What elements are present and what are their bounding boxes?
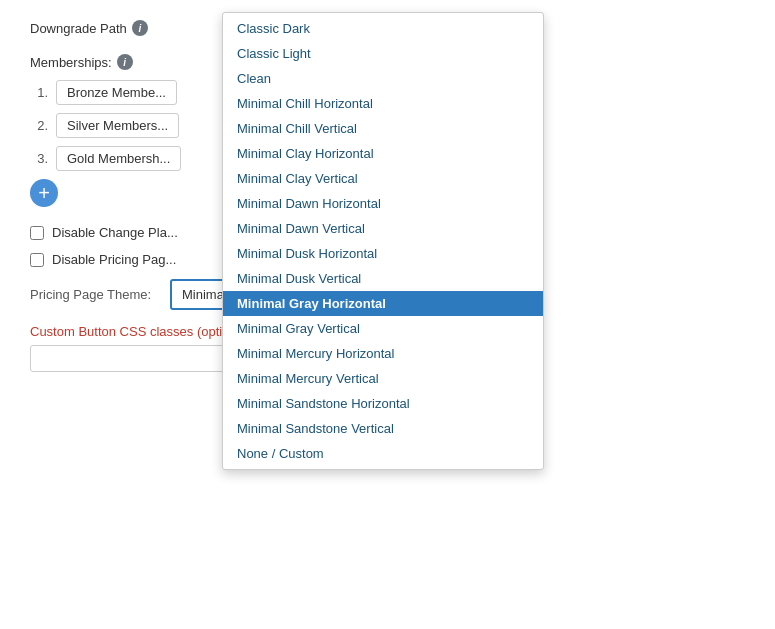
add-membership-button[interactable]: + [30, 179, 58, 207]
dropdown-item-clean[interactable]: Clean [223, 66, 543, 91]
disable-pricing-page-label: Disable Pricing Pag... [52, 252, 176, 267]
membership-num-1: 1. [30, 85, 48, 100]
disable-change-plan-label: Disable Change Pla... [52, 225, 178, 240]
pricing-theme-label: Pricing Page Theme: [30, 287, 160, 302]
dropdown-item-minimal-clay-vertical[interactable]: Minimal Clay Vertical [223, 166, 543, 191]
dropdown-item-classic-dark[interactable]: Classic Dark [223, 16, 543, 41]
dropdown-item-minimal-dusk-horizontal[interactable]: Minimal Dusk Horizontal [223, 241, 543, 266]
downgrade-path-label: Downgrade Path i [30, 20, 170, 36]
membership-num-3: 3. [30, 151, 48, 166]
dropdown-item-classic-light[interactable]: Classic Light [223, 41, 543, 66]
downgrade-path-text: Downgrade Path [30, 21, 127, 36]
dropdown-item-minimal-clay-horizontal[interactable]: Minimal Clay Horizontal [223, 141, 543, 166]
membership-name-1[interactable]: Bronze Membe... [56, 80, 177, 105]
dropdown-item-minimal-sandstone-horizontal[interactable]: Minimal Sandstone Horizontal [223, 391, 543, 416]
dropdown-item-minimal-dusk-vertical[interactable]: Minimal Dusk Vertical [223, 266, 543, 291]
dropdown-item-minimal-gray-horizontal[interactable]: Minimal Gray Horizontal [223, 291, 543, 316]
memberships-text: Memberships: [30, 55, 112, 70]
dropdown-item-minimal-gray-vertical[interactable]: Minimal Gray Vertical [223, 316, 543, 341]
membership-name-2[interactable]: Silver Members... [56, 113, 179, 138]
dropdown-item-minimal-sandstone-vertical[interactable]: Minimal Sandstone Vertical [223, 416, 543, 441]
membership-num-2: 2. [30, 118, 48, 133]
memberships-info-icon[interactable]: i [117, 54, 133, 70]
dropdown-item-minimal-dawn-vertical[interactable]: Minimal Dawn Vertical [223, 216, 543, 241]
membership-name-3[interactable]: Gold Membersh... [56, 146, 181, 171]
dropdown-item-minimal-chill-vertical[interactable]: Minimal Chill Vertical [223, 116, 543, 141]
disable-pricing-page-checkbox[interactable] [30, 253, 44, 267]
dropdown-item-minimal-chill-horizontal[interactable]: Minimal Chill Horizontal [223, 91, 543, 116]
page-container: Downgrade Path i Memberships: i 1. Bronz… [0, 0, 775, 629]
dropdown-item-none-custom[interactable]: None / Custom [223, 441, 543, 466]
disable-change-plan-checkbox[interactable] [30, 226, 44, 240]
dropdown-item-minimal-mercury-vertical[interactable]: Minimal Mercury Vertical [223, 366, 543, 391]
downgrade-path-info-icon[interactable]: i [132, 20, 148, 36]
dropdown-item-minimal-mercury-horizontal[interactable]: Minimal Mercury Horizontal [223, 341, 543, 366]
dropdown-overlay: Classic Dark Classic Light Clean Minimal… [222, 12, 544, 470]
dropdown-item-minimal-dawn-horizontal[interactable]: Minimal Dawn Horizontal [223, 191, 543, 216]
